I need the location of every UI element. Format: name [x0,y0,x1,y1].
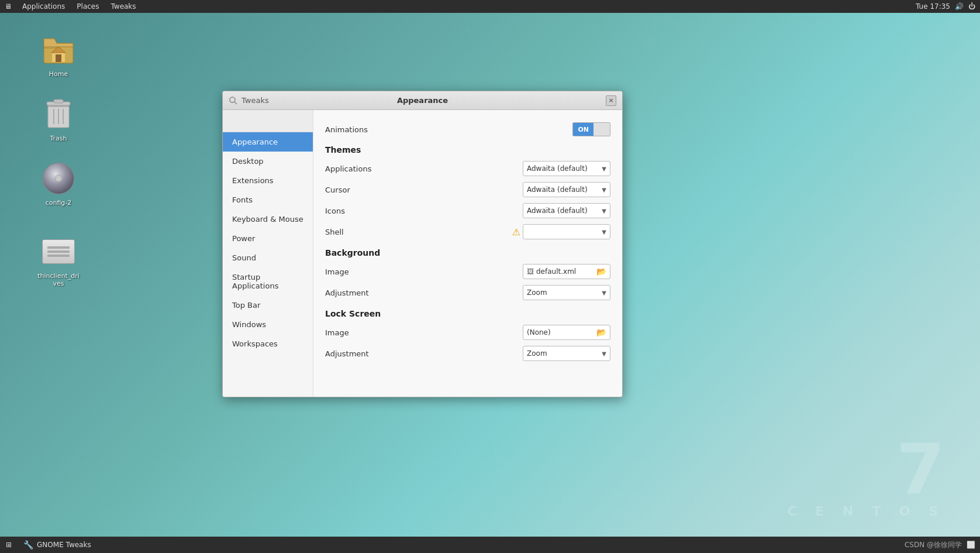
bottombar: ⊞ 🔧 GNOME Tweaks CSDN @徐徐同学 ⬜ [0,537,980,553]
volume-icon[interactable]: 🔊 [955,2,964,11]
sidebar-item-keyboard-mouse[interactable]: Keyboard & Mouse [223,209,313,229]
shell-theme-row: Shell ⚠ ▼ [325,221,610,242]
sidebar-item-appearance[interactable]: Appearance [223,132,313,152]
shell-warning-icon: ⚠ [512,226,520,238]
menu-places[interactable]: Places [71,0,105,13]
cursor-theme-dropdown[interactable]: Adwaita (default) ▼ [523,182,610,197]
shell-theme-dropdown[interactable]: ▼ [523,224,610,239]
sidebar: Appearance Desktop Extensions Fonts Keyb… [223,110,313,397]
ls-image-chooser[interactable]: (None) 📂 [523,325,610,340]
ls-image-file-icon: 📂 [596,328,606,337]
show-desktop-icon: ⊞ [6,541,12,549]
sidebar-item-topbar[interactable]: Top Bar [223,296,313,315]
topbar-right: Tue 17:35 🔊 ⏻ [916,0,975,13]
applications-theme-dropdown[interactable]: Adwaita (default) ▼ [523,161,610,176]
app-window-icon: 🔧 [23,540,33,549]
sidebar-item-windows[interactable]: Windows [223,315,313,334]
sidebar-item-sound[interactable]: Sound [223,248,313,267]
dialog-close-button[interactable]: × [606,95,616,106]
trash-icon-label: Trash [47,134,69,143]
ls-adjustment-arrow: ▼ [602,351,606,357]
topbar: 🖥 Applications Places Tweaks Tue 17:35 🔊… [0,0,980,13]
cd-icon [41,161,76,196]
background-section-title: Background [325,248,610,257]
topbar-left: 🖥 Applications Places Tweaks [0,0,142,13]
sidebar-item-startup[interactable]: Startup Applications [223,267,313,296]
bg-adjustment-value: Zoom [527,288,547,297]
applications-theme-arrow: ▼ [602,166,606,172]
bg-adjustment-arrow: ▼ [602,290,606,296]
bg-adjustment-row: Adjustment Zoom ▼ [325,282,610,303]
home-folder-icon [41,32,76,67]
topbar-time: Tue 17:35 [916,2,950,11]
animations-row: Animations ON [325,119,610,139]
animations-label: Animations [325,125,368,134]
drive-icon [41,234,76,269]
bg-image-file-icon: 📂 [596,267,606,276]
bg-image-value: default.xml [536,267,596,276]
shell-theme-label: Shell [325,228,344,236]
ls-image-value: (None) [527,328,596,336]
toggle-on-label: ON [573,123,593,136]
applications-theme-label: Applications [325,164,371,173]
svg-rect-4 [56,54,61,62]
ls-image-row: Image (None) 📂 [325,322,610,343]
desktop-icon-trash[interactable]: Trash [35,97,82,143]
bottombar-window-button[interactable]: ⬜ [967,541,975,549]
cursor-theme-value: Adwaita (default) [527,186,588,194]
icons-theme-arrow: ▼ [602,208,606,214]
svg-point-12 [230,97,235,102]
shell-row-right: ⚠ ▼ [512,224,610,239]
bottombar-right: CSDN @徐徐同学 ⬜ [905,540,975,550]
bg-image-icon: 🖼 [527,267,534,276]
dialog-title: Appearance [397,96,448,105]
svg-line-13 [234,102,237,104]
icons-theme-label: Icons [325,207,345,215]
sidebar-search-input[interactable] [231,117,319,125]
ls-image-label: Image [325,328,349,337]
thinclient-icon-label: thinclient_drives [35,272,82,288]
sidebar-header [223,110,313,132]
animations-toggle[interactable]: ON [572,122,610,136]
home-icon-label: Home [47,70,70,78]
bottombar-show-desktop[interactable]: ⊞ [0,537,18,553]
bottombar-right-label: CSDN @徐徐同学 [905,540,962,550]
config2-icon-label: config-2 [43,198,74,207]
ls-adjustment-dropdown[interactable]: Zoom ▼ [523,346,610,361]
cursor-theme-label: Cursor [325,186,350,194]
menu-applications[interactable]: Applications [16,0,71,13]
centos-text: C E N T O S [788,505,945,518]
applications-theme-value: Adwaita (default) [527,164,588,173]
desktop-icon-thinclient[interactable]: thinclient_drives [35,234,82,288]
search-icon [229,96,238,105]
tweaks-title: Tweaks [241,96,269,105]
sidebar-item-power[interactable]: Power [223,229,313,248]
bg-image-row: Image 🖼 default.xml 📂 [325,261,610,282]
shell-theme-arrow: ▼ [602,229,606,235]
svg-rect-11 [54,99,63,103]
bg-image-label: Image [325,267,349,276]
icons-theme-value: Adwaita (default) [527,207,588,215]
sidebar-item-workspaces[interactable]: Workspaces [223,334,313,353]
power-icon[interactable]: ⏻ [968,2,975,11]
sidebar-item-desktop[interactable]: Desktop [223,152,313,171]
bg-image-chooser[interactable]: 🖼 default.xml 📂 [523,264,610,279]
desktop-icon-config2[interactable]: config-2 [35,161,82,207]
sidebar-item-fonts[interactable]: Fonts [223,190,313,209]
centos-watermark: 7 C E N T O S [788,435,945,518]
tweaks-dialog: Tweaks Appearance × Appearance Desktop E… [222,91,623,397]
ls-adjustment-label: Adjustment [325,349,369,358]
icons-theme-dropdown[interactable]: Adwaita (default) ▼ [523,203,610,218]
dialog-titlebar: Tweaks Appearance × [223,91,622,110]
applications-theme-row: Applications Adwaita (default) ▼ [325,158,610,179]
ls-adjustment-value: Zoom [527,349,547,358]
sidebar-item-extensions[interactable]: Extensions [223,171,313,190]
menu-tweaks[interactable]: Tweaks [105,0,142,13]
bg-adjustment-dropdown[interactable]: Zoom ▼ [523,285,610,300]
bottombar-gnome-tweaks[interactable]: 🔧 GNOME Tweaks [18,537,97,553]
app-icon: 🖥 [4,2,13,11]
desktop-icon-home[interactable]: Home [35,32,82,78]
cursor-theme-arrow: ▼ [602,187,606,193]
centos-number: 7 [788,435,945,505]
app-window-label: GNOME Tweaks [37,541,91,549]
